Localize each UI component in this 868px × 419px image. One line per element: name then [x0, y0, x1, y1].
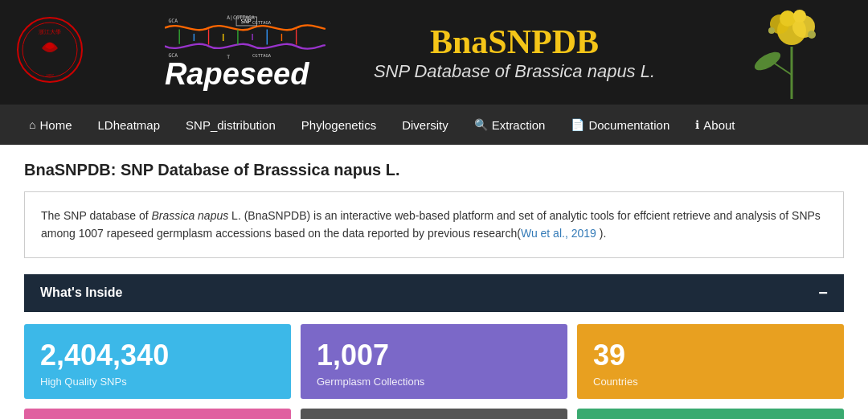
- search-icon: 🔍: [474, 118, 488, 131]
- header-center: GCA A|CGTTAGA CGTTAGA GCA T CGTTAGA SNP …: [88, 13, 731, 92]
- nav-item-ldheatmap[interactable]: LDheatmap: [84, 105, 173, 145]
- svg-text:CGTTAGA: CGTTAGA: [252, 20, 272, 25]
- main-navbar: ⌂ Home LDheatmap SNP_distribution Phylog…: [0, 105, 868, 145]
- site-name-heading: BnaSNPDB: [374, 23, 655, 61]
- whats-inside-header: What's Inside −: [24, 274, 844, 312]
- nav-item-documentation[interactable]: 📄 Documentation: [558, 105, 682, 145]
- stat-label-germplasm: Germplasm Collections: [317, 376, 551, 388]
- stat-card-countries: 39Countries: [577, 324, 844, 399]
- stat-number-snps: 2,404,340: [40, 339, 275, 372]
- description-box: The SNP database of Brassica napus L. (B…: [24, 191, 844, 258]
- stat-label-snps: High Quality SNPs: [40, 376, 275, 388]
- svg-text:1897: 1897: [46, 73, 55, 77]
- page-title: BnaSNPDB: SNP Database of Brasssica napu…: [24, 161, 844, 179]
- stat-card-winter: 658Winter Ecotypes: [24, 409, 291, 419]
- nav-item-home[interactable]: ⌂ Home: [16, 105, 84, 145]
- nav-item-phylogenetics[interactable]: Phylogenetics: [289, 105, 389, 145]
- svg-text:GCA: GCA: [168, 18, 178, 23]
- rapeseed-plant-image: [731, 6, 852, 99]
- site-header: 浙江大學 1897: [0, 0, 868, 105]
- svg-text:浙江大學: 浙江大學: [39, 29, 61, 35]
- wu-et-al-link[interactable]: Wu et al., 2019: [521, 227, 596, 240]
- zju-logo-container: 浙江大學 1897: [16, 16, 88, 88]
- stat-number-germplasm: 1,007: [317, 339, 551, 372]
- stat-card-snps: 2,404,340High Quality SNPs: [24, 324, 291, 399]
- info-icon: ℹ: [695, 118, 699, 131]
- stat-number-countries: 39: [593, 339, 828, 372]
- svg-point-29: [768, 27, 775, 34]
- site-subtitle: SNP Database of Brassica napus L.: [374, 61, 655, 82]
- stat-card-semi-winter: 145Semi-winter Ecotypes: [301, 409, 567, 419]
- rapeseed-text-label: Rapeseed: [165, 57, 309, 92]
- bnasnpdb-title-block: BnaSNPDB SNP Database of Brassica napus …: [374, 23, 655, 82]
- stat-card-germplasm: 1,007Germplasm Collections: [301, 324, 567, 399]
- stat-card-spring: 188Spring Ecotypes: [577, 409, 844, 419]
- stats-grid: 2,404,340High Quality SNPs1,007Germplasm…: [24, 312, 844, 419]
- collapse-button[interactable]: −: [818, 284, 828, 302]
- desc-italic: Brassica napus: [152, 209, 229, 222]
- desc-text-1: The SNP database of: [41, 209, 152, 222]
- whats-inside-label: What's Inside: [40, 285, 122, 300]
- home-icon: ⌂: [29, 118, 35, 131]
- nav-item-diversity[interactable]: Diversity: [389, 105, 461, 145]
- nav-item-about[interactable]: ℹ About: [682, 105, 747, 145]
- svg-point-27: [793, 10, 806, 23]
- svg-point-28: [808, 31, 816, 39]
- svg-point-26: [780, 10, 796, 27]
- nav-list: ⌂ Home LDheatmap SNP_distribution Phylog…: [16, 105, 748, 145]
- rapeseed-logo: GCA A|CGTTAGA CGTTAGA GCA T CGTTAGA SNP …: [165, 13, 326, 92]
- svg-text:SNP: SNP: [240, 18, 252, 25]
- main-content: BnaSNPDB: SNP Database of Brasssica napu…: [0, 145, 868, 419]
- desc-text-3: ).: [596, 227, 606, 240]
- svg-point-30: [751, 48, 783, 74]
- stat-label-countries: Countries: [593, 376, 828, 388]
- nav-item-extraction[interactable]: 🔍 Extraction: [461, 105, 559, 145]
- nav-item-snp-distribution[interactable]: SNP_distribution: [173, 105, 289, 145]
- doc-icon: 📄: [571, 118, 584, 131]
